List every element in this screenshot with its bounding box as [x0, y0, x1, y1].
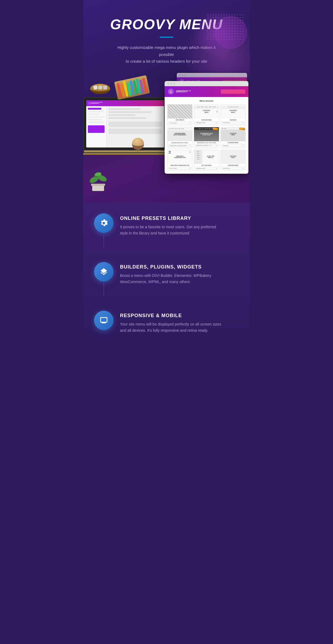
preset-item-8: Home About Services Work Contact ❯ LEFT …	[194, 150, 219, 171]
preset-item-2: Home About Services Work Contact STANDAR…	[194, 104, 219, 126]
connector-2	[104, 283, 104, 296]
preset-item-6: Home About STANDARDMENU INFINITY STANDAR…	[221, 127, 246, 148]
plant-decoration	[87, 170, 109, 192]
feature-description-2: Boost a menu with DIVI Builder, Elemento…	[120, 273, 223, 286]
svg-rect-1	[207, 14, 244, 41]
feature-title-2: BUILDERS, PLUGINS, WIDGETS	[120, 264, 223, 270]
feature-title-1: ONLINE PRESETS LIBRARY	[120, 216, 223, 221]
features-section: ONLINE PRESETS LIBRARY It proves to be a…	[83, 203, 250, 350]
preset-item-1: FIRST PRESET FIRST PRESET ▼	[167, 104, 192, 126]
preset-item-5: Home About Services Work Contact TRANSPA…	[194, 127, 219, 148]
svg-rect-6	[92, 185, 104, 191]
preset-item-3: Home About Serv Work CENTEREDMENU CENTER…	[221, 104, 246, 126]
hero-section: GROOVY MENU Highly customizable mega men…	[83, 0, 250, 203]
feature-icon-column-2	[94, 262, 114, 297]
feature-title-3: RESPONSIVE & MOBILE	[120, 313, 223, 318]
mockup-container: ◯ GROOVY 2.0	[89, 76, 244, 192]
preset-item-4: Home About Services Work Contact STANDAR…	[167, 127, 192, 148]
laptop-mockup: ◯ GROOVY 2.0	[83, 97, 167, 155]
feature-icon-column-1	[94, 213, 114, 249]
connector-1	[104, 234, 104, 247]
wrench-icon	[99, 219, 108, 227]
feature-icon-circle-2	[94, 262, 114, 281]
layers-icon	[99, 267, 108, 276]
bowl-decoration	[90, 84, 110, 94]
feature-text-1: ONLINE PRESETS LIBRARY It proves to be a…	[120, 213, 223, 237]
crayons-decoration	[114, 75, 150, 100]
feature-item-presets: ONLINE PRESETS LIBRARY It proves to be a…	[94, 213, 239, 249]
page-title: GROOVY MENU	[89, 16, 244, 32]
feature-text-2: BUILDERS, PLUGINS, WIDGETS Boost a menu …	[120, 262, 223, 286]
dot-pattern	[207, 14, 244, 41]
glow-circle	[215, 16, 247, 49]
glow-decoration	[193, 8, 242, 57]
title-divider	[160, 37, 173, 38]
hero-subtitle: Highly customizable mega menu plugin whi…	[110, 44, 223, 65]
feature-item-responsive: RESPONSIVE & MOBILE Your site menu will …	[94, 311, 239, 334]
feature-description-1: It proves to be a favorite to most users…	[120, 224, 223, 237]
svg-rect-7	[91, 184, 105, 186]
presets-label: Menu presets	[167, 100, 246, 102]
feature-item-builders: BUILDERS, PLUGINS, WIDGETS Boost a menu …	[94, 262, 239, 297]
feature-icon-circle-3	[94, 311, 114, 330]
feature-description-3: Your site menu will be displayed perfect…	[120, 321, 223, 334]
monitor-icon	[99, 316, 108, 325]
preset-item-9: CENTEREDMENU CENTERED MENU CENTERED M...…	[221, 150, 246, 171]
browser-card-front: △ GROOVY 2.0 Menu presets	[165, 81, 248, 174]
feature-icon-circle-1	[94, 213, 114, 233]
feature-icon-column-3	[94, 311, 114, 330]
feature-text-3: RESPONSIVE & MOBILE Your site menu will …	[120, 311, 223, 334]
preset-item-7: MENU WITHHAMBURGER ICON MENU WITH HAMBUR…	[167, 150, 192, 171]
top-decoration	[132, 138, 144, 150]
